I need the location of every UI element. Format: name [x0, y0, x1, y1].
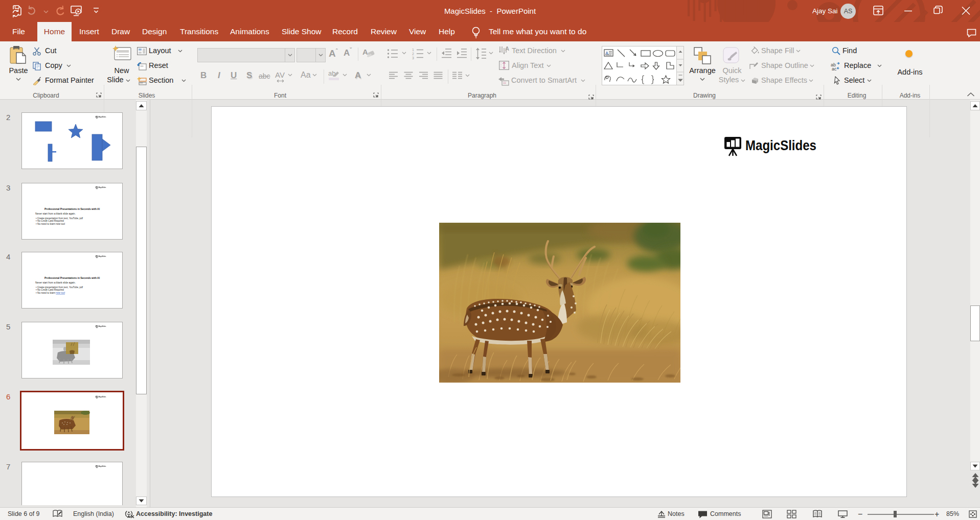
svg-text:Professional Presentations in: Professional Presentations in Seconds wi…	[44, 276, 100, 279]
svg-text:• No need to learn new tool: • No need to learn new tool	[36, 292, 65, 294]
svg-text:Never start from a blank slide: Never start from a blank slide again.	[35, 281, 76, 284]
svg-text:• No Credit Card Required: • No Credit Card Required	[36, 289, 64, 291]
svg-text:MagicSlides: MagicSlides	[99, 465, 106, 467]
svg-text:A: A	[505, 46, 509, 52]
svg-text:ac: ac	[832, 66, 837, 71]
svg-text:MagicSlides: MagicSlides	[99, 116, 106, 118]
svg-text:MagicSlides: MagicSlides	[99, 396, 106, 398]
svg-text:Professional Presentations in: Professional Presentations in Seconds wi…	[44, 207, 100, 210]
svg-text:2: 2	[412, 52, 414, 56]
svg-text:Never start from a blank slide: Never start from a blank slide again.	[35, 212, 76, 215]
svg-text:• No need to learn new tool: • No need to learn new tool	[36, 223, 65, 225]
svg-text:MagicSlides: MagicSlides	[99, 325, 106, 327]
svg-text:• No Credit Card Required: • No Credit Card Required	[36, 220, 64, 222]
svg-text:MagicSlides: MagicSlides	[99, 186, 106, 188]
svg-text:3: 3	[412, 56, 414, 60]
svg-text:MagicSlides: MagicSlides	[99, 255, 106, 257]
svg-text:1: 1	[412, 48, 414, 52]
svg-text:MagicSlides: MagicSlides	[745, 137, 816, 153]
